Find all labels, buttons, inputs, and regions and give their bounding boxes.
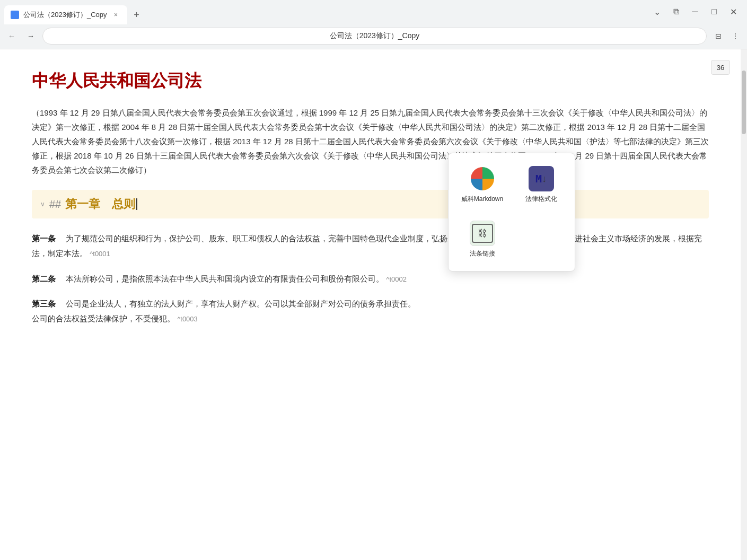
article-2-content: 本法所称公司，是指依照本法在中华人民共和国境内设立的有限责任公司和股份有限公司。 [58, 274, 384, 283]
legal-format-icon: M↓ [529, 166, 554, 191]
article-1-number: 第一条 [32, 234, 56, 243]
article-3: 第三条 公司是企业法人，有独立的法人财产，享有法人财产权。公司以其全部财产对公司… [32, 296, 709, 326]
address-text: 公司法（2023修订）_Copy [330, 31, 420, 41]
minimize-button[interactable]: ─ [688, 4, 702, 19]
context-menu: 威科Markdown M↓ 法律格式化 ⛓ 法条链接 [448, 153, 575, 272]
article-2-number: 第二条 [32, 274, 56, 283]
article-2-tag: ^t0002 [386, 275, 407, 283]
article-1-tag: ^t0001 [90, 250, 110, 258]
active-tab[interactable]: 公司法（2023修订）_Copy × [4, 5, 127, 24]
menu-item-legal-link-label: 法条链接 [470, 249, 495, 258]
maximize-button[interactable]: □ [707, 4, 722, 19]
article-3-number: 第三条 [32, 299, 56, 308]
menu-grid: 威科Markdown M↓ 法律格式化 ⛓ 法条链接 [455, 160, 568, 265]
article-3-content-2: 公司的合法权益受法律保护，不受侵犯。 [32, 314, 175, 323]
article-2: 第二条 本法所称公司，是指依照本法在中华人民共和国境内设立的有限责任公司和股份有… [32, 272, 709, 286]
tab-title: 公司法（2023修订）_Copy [23, 10, 107, 20]
more-options-button[interactable]: ⋮ [728, 29, 743, 43]
new-tab-button[interactable]: + [129, 7, 144, 22]
article-1: 第一条 为了规范公司的组织和行为，保护公司、股东、职工和债权人的合法权益，完善中… [32, 231, 709, 261]
menu-item-legal-format-label: 法律格式化 [525, 195, 557, 204]
chapter-heading: ∨ ## 第一章 总则 [32, 190, 709, 218]
main-content: 36 中华人民共和国公司法 （1993 年 12 月 29 日第八届全国人民代表… [0, 49, 741, 560]
chain-icon: ⛓ [478, 228, 487, 239]
browser-right-controls: ⊟ ⋮ [711, 29, 743, 43]
wikode-blue [471, 179, 482, 190]
article-1-content: 为了规范公司的组织和行为，保护公司、股东、职工和债权人的合法权益，完善中国特色现… [32, 234, 702, 258]
document-title: 中华人民共和国公司法 [32, 69, 709, 93]
chain-box: ⛓ [472, 224, 493, 243]
chapter-title: 第一章 总则 [65, 196, 135, 212]
content-area: 36 中华人民共和国公司法 （1993 年 12 月 29 日第八届全国人民代表… [0, 49, 747, 560]
md-arrow: ↓ [542, 173, 547, 185]
reader-mode-button[interactable]: ⊟ [711, 29, 726, 43]
menu-item-wikode-label: 威科Markdown [461, 195, 503, 204]
document-intro: （1993 年 12 月 29 日第八届全国人民代表大会常务委员会第五次会议通过… [32, 106, 709, 177]
text-cursor [136, 198, 137, 210]
menu-item-legal-link[interactable]: ⛓ 法条链接 [455, 214, 509, 265]
chapter-code: ## [49, 198, 61, 211]
layout-button[interactable]: ⧉ [669, 4, 683, 19]
legal-link-icon: ⛓ [470, 221, 495, 246]
chevron-down-button[interactable]: ⌄ [649, 4, 664, 19]
wikode-red [471, 167, 482, 179]
menu-item-wikode[interactable]: 威科Markdown [455, 160, 509, 210]
wikode-icon [470, 166, 495, 191]
forward-button[interactable]: → [23, 29, 38, 43]
wikode-green [482, 167, 494, 179]
menu-item-legal-format[interactable]: M↓ 法律格式化 [514, 160, 568, 210]
scrollbar-thumb[interactable] [742, 71, 746, 134]
address-bar[interactable]: 公司法（2023修订）_Copy [42, 28, 707, 45]
wikode-logo [471, 167, 494, 190]
back-button[interactable]: ← [4, 29, 19, 43]
wikode-grid [471, 167, 494, 190]
scrollbar[interactable] [741, 49, 747, 560]
tab-favicon [11, 11, 19, 19]
article-3-tag: ^t0003 [177, 315, 198, 323]
page-number: 36 [711, 60, 730, 75]
window-controls: ⌄ ⧉ ─ □ ✕ [649, 4, 741, 19]
tab-close-button[interactable]: × [111, 10, 121, 20]
collapse-arrow-icon[interactable]: ∨ [40, 200, 45, 208]
browser-chrome: 公司法（2023修订）_Copy × + ⌄ ⧉ ─ □ ✕ ← → 公司法（2… [0, 0, 747, 49]
close-button[interactable]: ✕ [726, 4, 741, 19]
wikode-yellow [482, 179, 494, 190]
md-text: M [535, 172, 542, 185]
article-3-content-1: 公司是企业法人，有独立的法人财产，享有法人财产权。公司以其全部财产对公司的债务承… [58, 299, 416, 308]
tab-bar: 公司法（2023修订）_Copy × + ⌄ ⧉ ─ □ ✕ [0, 0, 747, 25]
navigation-bar: ← → 公司法（2023修订）_Copy ⊟ ⋮ [0, 25, 747, 49]
